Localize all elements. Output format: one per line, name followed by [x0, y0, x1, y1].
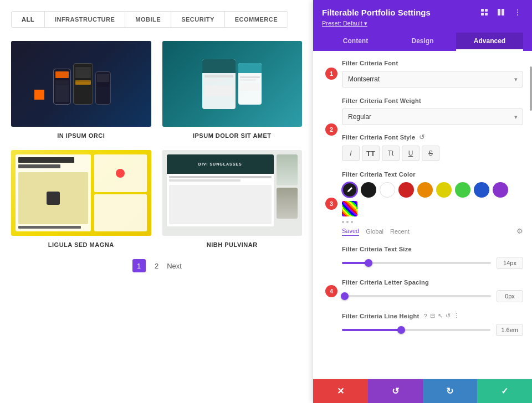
step-3: 3	[325, 198, 337, 210]
footer-cancel-btn[interactable]: ✕	[313, 379, 368, 403]
font-style-label: Filter Criteria Font Style	[342, 134, 416, 141]
text-size-slider[interactable]	[342, 262, 491, 264]
tab-advanced[interactable]: Advanced	[456, 33, 523, 51]
line-height-label: Filter Criteria Line Height	[342, 313, 420, 319]
panel-body: 1 Filter Criteria Font Montserrat Open S…	[313, 51, 532, 379]
text-size-slider-row: 14px	[342, 257, 523, 269]
panel-footer: ✕ ↺ ↻ ✓	[313, 379, 532, 403]
swatch-red[interactable]	[398, 182, 414, 198]
swatch-custom[interactable]	[342, 201, 357, 216]
footer-save-btn[interactable]: ✓	[477, 379, 532, 403]
swatch-yellow[interactable]	[436, 182, 452, 198]
letter-spacing-group: Filter Criteria Letter Spacing 0px	[342, 279, 523, 302]
style-btn-tt[interactable]: TT	[362, 146, 380, 161]
portfolio-item-2: IPSUM DOLOR SIT AMET	[162, 41, 303, 139]
text-size-group: Filter Criteria Text Size 14px	[342, 246, 523, 269]
filter-tab-mobile[interactable]: MOBILE	[125, 12, 171, 27]
portfolio-area: ALL INFRASTRUCTURE MOBILE SECURITY ECOMM…	[0, 0, 313, 403]
swatch-black[interactable]	[361, 182, 376, 198]
font-select-wrapper: Montserrat Open Sans Roboto Lato	[342, 71, 523, 87]
line-height-thumb[interactable]	[397, 326, 405, 334]
dots-row	[342, 221, 523, 223]
font-weight-select[interactable]: Regular Bold Light Medium	[342, 108, 523, 125]
dot-1	[342, 221, 344, 223]
font-weight-select-wrapper: Regular Bold Light Medium	[342, 108, 523, 125]
swatch-purple[interactable]	[493, 182, 508, 198]
step-2: 2	[325, 123, 337, 136]
text-size-thumb[interactable]	[365, 259, 372, 267]
svg-rect-5	[502, 9, 504, 16]
scrollbar[interactable]	[530, 66, 532, 111]
svg-rect-1	[485, 9, 488, 12]
font-label: Filter Criteria Font	[342, 60, 523, 66]
style-btn-italic[interactable]: I	[342, 146, 360, 161]
panel-icon-columns[interactable]	[495, 7, 507, 18]
svg-rect-3	[485, 13, 488, 16]
svg-rect-0	[481, 9, 484, 12]
letter-spacing-thumb[interactable]	[341, 292, 349, 300]
color-tabs: Saved Global Recent ⚙	[342, 226, 523, 236]
pagination: 1 2 Next	[11, 259, 302, 272]
filter-tab-infrastructure[interactable]: INFRASTRUCTURE	[45, 12, 125, 27]
filter-tab-ecommerce[interactable]: ECOMMERCE	[225, 12, 288, 27]
line-height-group: Filter Criteria Line Height ? ⊟ ↖ ↺ ⋮ 1.…	[342, 312, 523, 336]
filter-tab-all[interactable]: ALL	[12, 12, 45, 27]
page-2[interactable]: 2	[150, 259, 163, 272]
line-height-reset[interactable]: ↺	[446, 312, 451, 319]
swatch-white[interactable]	[380, 182, 395, 198]
settings-panel: Filterable Portfolio Settings	[313, 0, 532, 403]
letter-spacing-slider-row: 0px	[342, 290, 523, 302]
panel-icon-more[interactable]: ⋮	[512, 7, 523, 18]
page-next[interactable]: Next	[168, 259, 181, 272]
tab-content[interactable]: Content	[322, 33, 389, 51]
swatch-green[interactable]	[455, 182, 470, 198]
tab-design[interactable]: Design	[389, 33, 456, 51]
font-select[interactable]: Montserrat Open Sans Roboto Lato	[342, 71, 523, 87]
line-height-more[interactable]: ⋮	[453, 312, 459, 319]
filter-tab-security[interactable]: SECURITY	[171, 12, 225, 27]
swatch-orange[interactable]	[417, 182, 433, 198]
line-height-slider-row: 1.6em	[342, 324, 523, 336]
panel-icon-layout[interactable]	[479, 7, 490, 18]
panel-header: Filterable Portfolio Settings	[313, 0, 532, 51]
line-height-help[interactable]: ?	[424, 313, 427, 319]
portfolio-label-1: IN IPSUM ORCI	[11, 132, 151, 139]
color-tab-global[interactable]: Global	[366, 227, 383, 236]
font-style-section: Filter Criteria Font Style ↺ I TT Tt U S	[342, 133, 523, 161]
color-tab-recent[interactable]: Recent	[390, 227, 410, 236]
swatch-blue[interactable]	[474, 182, 489, 198]
panel-title: Filterable Portfolio Settings	[322, 8, 431, 17]
text-color-label: Filter Criteria Text Color	[342, 171, 523, 178]
section-font: 1 Filter Criteria Font Montserrat Open S…	[342, 60, 523, 87]
portfolio-thumb-1[interactable]	[11, 41, 151, 127]
panel-preset[interactable]: Preset: Default ▾	[322, 20, 523, 27]
mockup-phones-2	[162, 41, 303, 127]
section-sizes: 4 Filter Criteria Text Size 14px Filter …	[342, 246, 523, 336]
line-height-cursor[interactable]: ↖	[438, 312, 443, 319]
letter-spacing-value[interactable]: 0px	[497, 290, 523, 302]
style-btn-strikethrough[interactable]: S	[422, 146, 439, 161]
line-height-desktop[interactable]: ⊟	[430, 312, 435, 319]
footer-undo-btn[interactable]: ↺	[368, 379, 423, 403]
letter-spacing-slider[interactable]	[342, 295, 491, 297]
line-height-value[interactable]: 1.6em	[496, 324, 523, 336]
style-btn-titlecase[interactable]: Tt	[382, 146, 400, 161]
section-text-color: 3 Filter Criteria Text Color	[342, 171, 523, 236]
line-height-slider[interactable]	[342, 329, 490, 331]
portfolio-thumb-2[interactable]	[162, 41, 303, 127]
color-settings-icon[interactable]: ⚙	[516, 227, 523, 235]
portfolio-thumb-3[interactable]	[11, 150, 151, 236]
line-height-label-row: Filter Criteria Line Height ? ⊟ ↖ ↺ ⋮	[342, 312, 523, 319]
color-eyedropper[interactable]	[342, 182, 357, 198]
dot-2	[346, 221, 349, 223]
portfolio-thumb-4[interactable]: DIVI SUNGLASSES	[162, 150, 303, 236]
text-size-label: Filter Criteria Text Size	[342, 246, 523, 252]
panel-title-row: Filterable Portfolio Settings	[322, 7, 523, 18]
footer-redo-btn[interactable]: ↻	[423, 379, 478, 403]
color-tab-saved[interactable]: Saved	[342, 226, 359, 236]
font-style-reset[interactable]: ↺	[419, 133, 425, 141]
style-btn-underline[interactable]: U	[402, 146, 420, 161]
text-size-value[interactable]: 14px	[497, 257, 523, 269]
svg-rect-2	[481, 13, 484, 16]
page-1[interactable]: 1	[132, 259, 146, 272]
